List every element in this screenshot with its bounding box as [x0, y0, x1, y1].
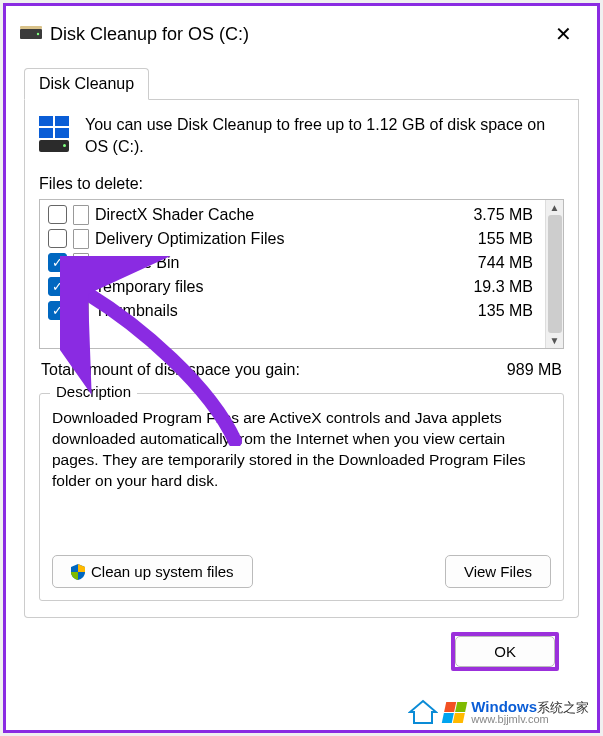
close-button[interactable]: ✕ — [543, 22, 583, 46]
tab-disk-cleanup[interactable]: Disk Cleanup — [24, 68, 149, 100]
svg-point-2 — [37, 33, 39, 35]
scrollbar[interactable]: ▲ ▼ — [545, 200, 563, 348]
file-row[interactable]: Delivery Optimization Files155 MB — [46, 227, 539, 251]
file-icon — [73, 277, 89, 297]
ok-highlight: OK — [451, 632, 559, 671]
file-icon — [73, 205, 89, 225]
shield-icon — [71, 564, 85, 580]
file-row[interactable]: ✓Temporary files19.3 MB — [46, 275, 539, 299]
recycle-bin-icon — [73, 253, 89, 273]
ok-button[interactable]: OK — [455, 636, 555, 667]
disk-cleanup-icon — [20, 25, 42, 43]
view-files-button[interactable]: View Files — [445, 555, 551, 588]
view-files-label: View Files — [464, 563, 532, 580]
ok-label: OK — [494, 643, 516, 660]
file-name: Delivery Optimization Files — [95, 230, 451, 248]
info-text: You can use Disk Cleanup to free up to 1… — [85, 114, 564, 159]
file-size: 19.3 MB — [457, 278, 537, 296]
file-size: 155 MB — [457, 230, 537, 248]
checkbox[interactable]: ✓ — [48, 253, 67, 272]
description-title: Description — [50, 383, 137, 400]
windows-logo-icon — [442, 702, 467, 723]
file-name: Thumbnails — [95, 302, 451, 320]
file-size: 135 MB — [457, 302, 537, 320]
watermark-brand: Windows — [471, 698, 537, 715]
file-row[interactable]: ✓Recycle Bin744 MB — [46, 251, 539, 275]
file-list: DirectX Shader Cache3.75 MBDelivery Opti… — [39, 199, 564, 349]
scroll-up-icon[interactable]: ▲ — [546, 202, 563, 213]
house-icon — [408, 699, 438, 725]
tab-content: You can use Disk Cleanup to free up to 1… — [24, 100, 579, 618]
tab-strip: Disk Cleanup — [24, 68, 579, 100]
title-bar: Disk Cleanup for OS (C:) ✕ — [6, 6, 597, 56]
files-to-delete-label: Files to delete: — [39, 175, 564, 193]
total-label: Total amount of disk space you gain: — [41, 361, 300, 379]
clean-up-label: Clean up system files — [91, 563, 234, 580]
watermark-sub: 系统之家 — [537, 700, 589, 715]
cleanup-logo-icon — [39, 116, 73, 152]
file-row[interactable]: ✓Thumbnails135 MB — [46, 299, 539, 323]
file-name: Recycle Bin — [95, 254, 451, 272]
checkbox[interactable] — [48, 229, 67, 248]
file-name: DirectX Shader Cache — [95, 206, 451, 224]
description-text: Downloaded Program Files are ActiveX con… — [52, 408, 551, 492]
scroll-thumb[interactable] — [548, 215, 562, 333]
total-value: 989 MB — [507, 361, 562, 379]
window-title: Disk Cleanup for OS (C:) — [50, 24, 543, 45]
file-name: Temporary files — [95, 278, 451, 296]
clean-up-system-files-button[interactable]: Clean up system files — [52, 555, 253, 588]
file-icon — [73, 301, 89, 321]
watermark: Windows系统之家 www.bjjmlv.com — [404, 697, 593, 728]
file-size: 744 MB — [457, 254, 537, 272]
watermark-url: www.bjjmlv.com — [471, 714, 589, 726]
checkbox[interactable]: ✓ — [48, 277, 67, 296]
scroll-down-icon[interactable]: ▼ — [546, 335, 563, 346]
file-row[interactable]: DirectX Shader Cache3.75 MB — [46, 203, 539, 227]
file-size: 3.75 MB — [457, 206, 537, 224]
checkbox[interactable] — [48, 205, 67, 224]
checkbox[interactable]: ✓ — [48, 301, 67, 320]
file-icon — [73, 229, 89, 249]
svg-rect-1 — [20, 26, 42, 29]
description-group: Description Downloaded Program Files are… — [39, 393, 564, 602]
